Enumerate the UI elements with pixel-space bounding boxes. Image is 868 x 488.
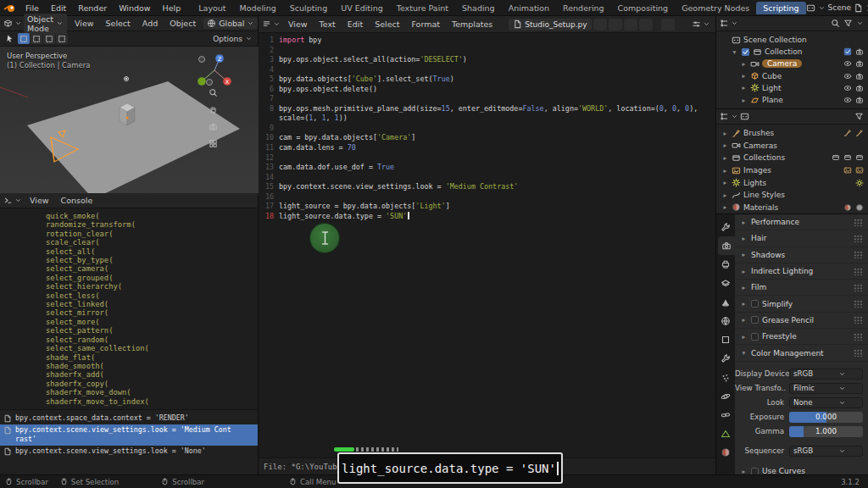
console-autocomplete-list[interactable]: quick_smoke(randomize_transform(rotation… <box>0 208 258 406</box>
panel-shadows[interactable]: ▸Shadows <box>735 247 868 263</box>
drag-dots-icon[interactable] <box>854 316 863 324</box>
autocomplete-item[interactable]: select_random( <box>46 336 258 344</box>
gamma-slider[interactable]: 1.000 <box>789 426 863 437</box>
menu-view[interactable]: View <box>282 19 314 29</box>
outliner-row-line-styles[interactable]: ▸Line Styles <box>716 189 868 202</box>
outliner-row-collection[interactable]: ▾Collection <box>716 46 868 58</box>
expander-icon[interactable]: ▸ <box>721 179 729 186</box>
object-tab[interactable] <box>716 330 735 349</box>
chevron-down-icon[interactable] <box>14 197 22 204</box>
autocomplete-item[interactable]: select_all( <box>46 247 258 256</box>
select-box-extend-icon[interactable] <box>31 33 42 44</box>
panel-freestyle[interactable]: ▸Freestyle <box>735 329 868 345</box>
panel-checkbox[interactable] <box>751 300 759 308</box>
outliner-row-materials[interactable]: ▸Materials <box>716 202 868 214</box>
drag-dots-icon[interactable] <box>854 268 863 275</box>
matball-icon[interactable] <box>843 203 852 212</box>
expander-icon[interactable]: ▾ <box>731 48 738 56</box>
expander-icon[interactable]: ▸ <box>740 84 748 92</box>
render-tab[interactable] <box>718 236 735 255</box>
autocomplete-item[interactable]: shaderfx_copy( <box>46 380 258 388</box>
physics-tab[interactable] <box>716 387 735 406</box>
autocomplete-item[interactable]: select_mirror( <box>46 308 258 317</box>
panel-performance[interactable]: ▸Performance <box>735 214 868 230</box>
tab-uv-editing[interactable]: UV Editing <box>334 2 390 14</box>
code-line[interactable]: 11cam.data.lens = 70 <box>259 143 715 153</box>
brush-icon[interactable] <box>855 129 864 137</box>
eye-icon[interactable] <box>843 84 852 92</box>
menu-edit[interactable]: Edit <box>45 3 72 13</box>
select-box-subtract-icon[interactable] <box>43 33 55 44</box>
view-layer-tab[interactable] <box>716 274 735 293</box>
expander-icon[interactable]: ▸ <box>721 130 729 137</box>
outliner-row-cameras[interactable]: ▸Cameras <box>716 140 868 152</box>
editor-type-3d-icon[interactable] <box>3 19 13 28</box>
pan-hand-icon[interactable] <box>209 105 218 114</box>
drag-dots-icon[interactable] <box>854 333 863 341</box>
filter-icon[interactable] <box>854 112 864 121</box>
menu-format[interactable]: Format <box>405 19 445 29</box>
new-scene-icon[interactable] <box>854 3 863 13</box>
tab-compositing[interactable]: Compositing <box>611 2 676 14</box>
code-line[interactable]: 2 <box>259 46 715 56</box>
autocomplete-item[interactable]: rotation_clear( <box>46 230 258 238</box>
text-datablock[interactable]: Studio_Setup.py <box>509 19 591 30</box>
cam-icon[interactable] <box>855 96 864 104</box>
tab-animation[interactable]: Animation <box>502 2 556 14</box>
outliner-row-light[interactable]: ▸Light <box>716 82 868 94</box>
world-tab[interactable] <box>716 312 735 330</box>
sphere-icon[interactable] <box>855 203 864 212</box>
display-device-dropdown[interactable]: sRGB <box>789 369 863 380</box>
view-transfo-dropdown[interactable]: Filmic <box>789 383 863 394</box>
expander-icon[interactable]: ▸ <box>740 72 748 80</box>
outliner-row-images[interactable]: ▸Images <box>716 164 868 177</box>
menu-view[interactable]: View <box>69 19 100 28</box>
expander-icon[interactable]: ▸ <box>740 97 748 104</box>
autocomplete-item[interactable]: select_by_type( <box>46 256 258 264</box>
code-line[interactable]: 3bpy.ops.object.select_all(action='DESEL… <box>259 55 715 65</box>
particles-tab[interactable] <box>716 369 735 387</box>
cam-icon[interactable] <box>855 59 864 68</box>
autocomplete-item[interactable]: shaderfx_move_to_index( <box>46 397 258 406</box>
chevron-down-icon[interactable] <box>273 20 281 28</box>
panel-indirect-lighting[interactable]: ▸Indirect Lighting <box>735 263 868 280</box>
tab-geometry-nodes[interactable]: Geometry Nodes <box>675 2 756 14</box>
menu-select[interactable]: Select <box>100 19 136 28</box>
code-line[interactable]: 10cam = bpy.data.objects['Camera'] <box>259 133 715 143</box>
navigation-gizmo[interactable]: Z X <box>198 54 231 86</box>
material-tab[interactable] <box>716 443 735 462</box>
autocomplete-item[interactable]: shade_flat( <box>46 353 258 362</box>
editor-type-outliner-icon[interactable] <box>720 19 729 28</box>
autocomplete-item[interactable]: scale_clear( <box>46 238 258 247</box>
tab-scripting[interactable]: Scripting <box>756 2 805 14</box>
panel-hair[interactable]: ▸Hair <box>735 230 868 247</box>
menu-view[interactable]: View <box>24 196 55 205</box>
tab-modeling[interactable]: Modeling <box>233 2 283 14</box>
constraints-tab[interactable] <box>716 406 735 424</box>
outliner-row-lights[interactable]: ▸Lights <box>716 176 868 189</box>
menu-window[interactable]: Window <box>113 3 156 13</box>
code-line[interactable]: 13cam.data.dof.use_dof = True <box>259 163 715 173</box>
drag-dots-icon[interactable] <box>854 251 863 258</box>
chevron-down-icon[interactable] <box>818 4 826 12</box>
chevron-down-icon[interactable] <box>703 19 710 29</box>
panel-color-management[interactable]: ▾Color Management <box>735 345 868 361</box>
editor-type-console-icon[interactable] <box>3 196 13 205</box>
drag-dots-icon[interactable] <box>854 219 863 226</box>
code-line[interactable]: 5bpy.data.objects['Cube'].select_set(Tru… <box>259 75 715 85</box>
code-line[interactable]: 4 <box>259 65 715 75</box>
blender-logo-icon[interactable] <box>3 3 16 13</box>
outliner-row-plane[interactable]: ▸Plane <box>716 94 868 106</box>
outliner-row-collections[interactable]: ▸Collections <box>716 152 868 164</box>
autocomplete-item[interactable]: select_less( <box>46 291 258 300</box>
orientation-dropdown[interactable]: Global <box>203 18 258 29</box>
autocomplete-item[interactable]: select_pattern( <box>46 326 258 335</box>
modifiers-tab[interactable] <box>716 349 735 368</box>
chevron-down-icon[interactable] <box>14 19 22 27</box>
menu-select[interactable]: Select <box>369 19 405 29</box>
code-line[interactable]: 8bpy.ops.mesh.primitive_plane_add(size=1… <box>259 104 715 114</box>
tweak-tool-icon[interactable] <box>5 34 14 43</box>
editor-type-text-icon[interactable] <box>262 19 271 29</box>
autocomplete-item[interactable]: shaderfx_move_down( <box>46 388 258 396</box>
select-box-intersect-icon[interactable] <box>56 33 68 44</box>
